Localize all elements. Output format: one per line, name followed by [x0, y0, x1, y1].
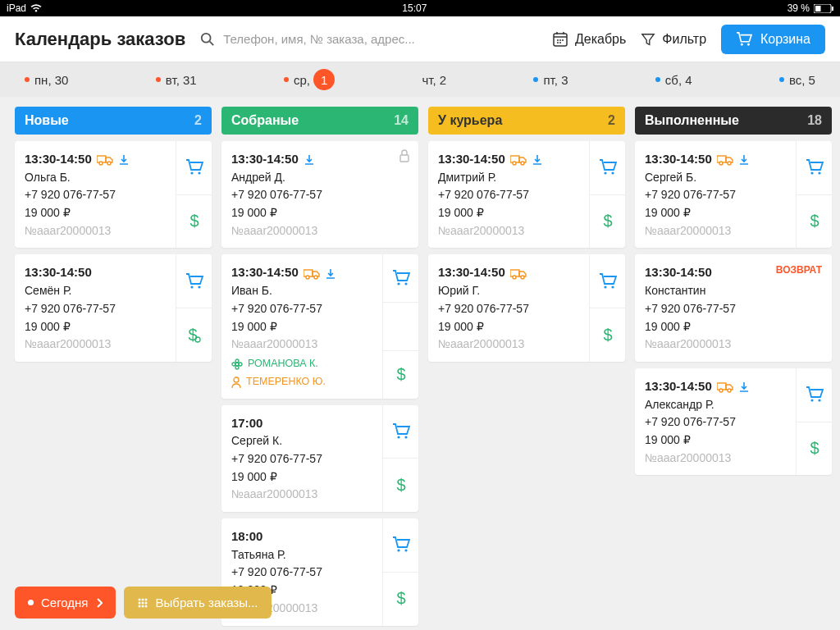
select-orders-button[interactable]: Выбрать заказы...	[124, 587, 272, 619]
day-tab[interactable]: пн, 30	[25, 73, 68, 87]
svg-point-29	[314, 276, 317, 279]
person-icon	[231, 377, 241, 388]
customer-phone: +7 920 076-77-57	[231, 450, 372, 468]
order-card[interactable]: 13:30-14:50Ольга Б.+7 920 076-77-5719 00…	[15, 141, 212, 248]
order-card[interactable]: 13:30-14:50Андрей Д.+7 920 076-77-5719 0…	[221, 141, 418, 248]
chevron-right-icon	[96, 598, 103, 608]
svg-point-55	[611, 285, 614, 288]
svg-point-37	[404, 283, 407, 285]
svg-point-66	[810, 399, 813, 402]
svg-point-42	[397, 550, 399, 552]
order-card[interactable]: 13:30-14:50Александр Р.+7 920 076-77-571…	[635, 368, 832, 475]
day-tab[interactable]: вс, 5	[779, 73, 815, 87]
usd-button[interactable]: $	[797, 195, 832, 249]
download-icon	[304, 154, 315, 166]
action-button[interactable]	[383, 303, 418, 351]
day-tab[interactable]: ср,1	[284, 69, 335, 90]
order-number: №aaar20000013	[231, 486, 372, 504]
day-tab[interactable]: сб, 4	[655, 73, 692, 87]
customer-phone: +7 920 076-77-57	[25, 300, 166, 318]
customer-phone: +7 920 076-77-57	[645, 413, 786, 431]
customer-name: Семён Р.	[25, 282, 166, 300]
filter-label: Фильтр	[662, 32, 706, 47]
order-price: 19 000 ₽	[645, 431, 786, 450]
dot-icon	[779, 77, 784, 82]
usd-button[interactable]: $	[383, 351, 418, 399]
day-tab[interactable]: пт, 3	[533, 73, 568, 87]
order-time: 17:00	[231, 416, 262, 430]
usd-button[interactable]: $	[176, 195, 212, 249]
usd-leaf-button[interactable]: $	[176, 308, 212, 362]
order-time: 13:30-14:50	[25, 152, 92, 166]
card-body: 13:30-14:50Сергей Б.+7 920 076-77-5719 0…	[635, 141, 796, 248]
assignee-name: РОМАНОВА К.	[248, 356, 318, 372]
usd-button[interactable]: $	[590, 308, 625, 362]
cart-button[interactable]	[383, 405, 418, 459]
day-label: пн, 30	[34, 73, 68, 87]
dot-icon	[655, 77, 660, 82]
column-title: Выполненные	[645, 113, 739, 128]
order-number: №aaar20000013	[645, 336, 822, 354]
day-tab[interactable]: чт, 2	[422, 73, 446, 87]
cart-button[interactable]	[383, 518, 418, 573]
customer-name: Александр Р.	[645, 396, 786, 414]
svg-point-39	[397, 436, 399, 438]
cart-button[interactable]	[176, 141, 212, 195]
column: У курьера213:30-14:50Дмитрий Р.+7 920 07…	[428, 107, 625, 630]
filter-icon	[641, 32, 655, 47]
truck-icon	[510, 154, 527, 166]
today-button[interactable]: Сегодня	[15, 587, 116, 619]
cart-button[interactable]	[797, 368, 832, 422]
svg-point-72	[138, 601, 140, 604]
order-card[interactable]: 13:30-14:50Юрий Г.+7 920 076-77-5719 000…	[428, 254, 625, 361]
order-card[interactable]: 13:30-14:50Сергей Б.+7 920 076-77-5719 0…	[635, 141, 832, 248]
order-price: 19 000 ₽	[25, 204, 166, 222]
order-time: 13:30-14:50	[231, 265, 299, 279]
column-header: Выполненные18	[635, 107, 832, 135]
search-input[interactable]: Телефон, имя, № заказа, адрес...	[200, 32, 537, 47]
order-card[interactable]: 13:30-14:50Константин+7 920 076-77-5719 …	[635, 254, 832, 361]
svg-point-75	[138, 605, 140, 607]
usd-button[interactable]: $	[383, 459, 418, 512]
order-price: 19 000 ₽	[438, 204, 579, 222]
cart-button[interactable]	[590, 141, 625, 195]
order-card[interactable]: 13:30-14:50Дмитрий Р.+7 920 076-77-5719 …	[428, 141, 625, 248]
filter-button[interactable]: Фильтр	[641, 32, 706, 47]
card-body: 17:00Сергей К.+7 920 076-77-5719 000 ₽№a…	[221, 405, 382, 512]
order-price: 19 000 ₽	[231, 318, 372, 336]
usd-button[interactable]: $	[797, 422, 832, 476]
cart-button[interactable]	[383, 254, 418, 303]
order-price: 19 000 ₽	[438, 318, 579, 336]
customer-phone: +7 920 076-77-57	[438, 186, 579, 204]
svg-point-31	[235, 359, 239, 363]
order-time: 13:30-14:50	[645, 265, 712, 279]
cart-button[interactable]	[797, 141, 832, 195]
kanban-board: Новые213:30-14:50Ольга Б.+7 920 076-77-5…	[0, 97, 840, 630]
customer-name: Константин	[645, 282, 822, 300]
column: Новые213:30-14:50Ольга Б.+7 920 076-77-5…	[15, 107, 212, 630]
order-card[interactable]: 17:00Сергей К.+7 920 076-77-5719 000 ₽№a…	[221, 405, 418, 512]
cart-button[interactable]	[176, 254, 212, 308]
order-card[interactable]: 13:30-14:50Семён Р.+7 920 076-77-5719 00…	[15, 254, 212, 361]
download-icon	[738, 381, 750, 393]
cart-button[interactable]	[590, 254, 625, 308]
customer-phone: +7 920 076-77-57	[231, 300, 372, 318]
month-picker[interactable]: Декабрь	[552, 31, 626, 48]
search-placeholder: Телефон, имя, № заказа, адрес...	[223, 32, 415, 46]
customer-phone: +7 920 076-77-57	[25, 186, 166, 204]
order-number: №aaar20000013	[231, 336, 372, 354]
column-count: 2	[194, 113, 202, 128]
cart-button[interactable]: Корзина	[721, 25, 825, 54]
usd-button[interactable]: $	[383, 573, 418, 626]
svg-point-36	[397, 283, 399, 285]
svg-point-58	[719, 162, 723, 165]
column-header: Собраные14	[221, 107, 418, 135]
order-card[interactable]: 13:30-14:50Иван Б.+7 920 076-77-5719 000…	[221, 254, 418, 398]
svg-point-48	[604, 172, 606, 175]
day-tab[interactable]: вт, 31	[156, 73, 197, 87]
svg-text:$: $	[603, 212, 612, 230]
truck-icon	[304, 268, 320, 280]
month-label: Декабрь	[575, 32, 626, 47]
day-label: ср,	[294, 73, 310, 87]
usd-button[interactable]: $	[590, 195, 625, 249]
